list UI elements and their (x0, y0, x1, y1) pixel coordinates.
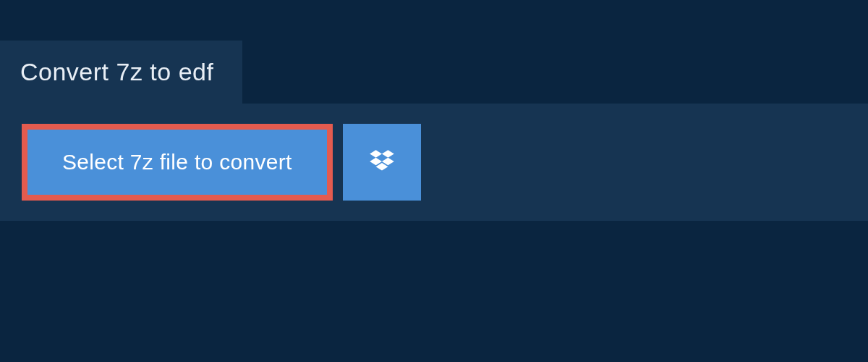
dropbox-icon (367, 147, 397, 177)
button-row: Select 7z file to convert (22, 124, 846, 201)
select-file-button[interactable]: Select 7z file to convert (22, 124, 333, 201)
upload-panel: Select 7z file to convert (0, 104, 868, 221)
tab-header: Convert 7z to edf (0, 41, 242, 104)
page-title: Convert 7z to edf (20, 58, 213, 86)
select-file-label: Select 7z file to convert (62, 150, 292, 174)
dropbox-button[interactable] (343, 124, 421, 201)
